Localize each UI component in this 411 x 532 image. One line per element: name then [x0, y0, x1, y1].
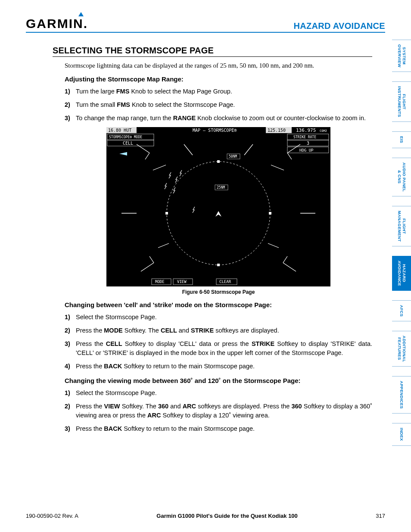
steps-cell-strike: 1)Select the Stormscope Page. 2)Press th…	[65, 313, 372, 371]
svg-rect-12	[269, 212, 271, 215]
softkey-view: VIEW	[177, 280, 187, 284]
stormscope-screenshot: 16.80 HUT MAP – STORMSCOPE® 125.150 136.…	[106, 127, 330, 286]
range-outer: 50NM	[229, 155, 237, 159]
svg-rect-0	[106, 127, 330, 286]
subhead-cell-strike: Changing between 'cell' and 'strike' mod…	[65, 301, 372, 308]
side-tab[interactable]: SYSTEM OVERVIEW	[392, 40, 411, 72]
brand-triangle-icon	[78, 12, 84, 16]
intro-paragraph: Stormscope lightning data can be display…	[65, 62, 372, 69]
step-text: Turn the large FMS Knob to select the Ma…	[76, 87, 372, 96]
softkey-clear: CLEAR	[219, 280, 231, 284]
step-text: Turn the small FMS Knob to select the St…	[76, 100, 372, 109]
step-item: 1)Select the Stormscope Page.	[65, 389, 372, 398]
side-tab[interactable]: EIS	[392, 131, 411, 148]
map-title: MAP – STORMSCOPE®	[193, 128, 237, 133]
svg-rect-9	[217, 160, 220, 163]
step-item: 3)Press the BACK Softkey to return to th…	[65, 424, 372, 433]
side-tab[interactable]: FLIGHT MANAGEMENT	[392, 206, 411, 246]
com2-freq: 136.975	[296, 128, 316, 133]
steps-adjust-range: 1)Turn the large FMS Knob to select the …	[65, 87, 372, 123]
brand-logo: GARMIN.	[26, 16, 88, 31]
hdg-value: HDG UP	[299, 148, 314, 152]
steps-view-mode: 1)Select the Stormscope Page. 2)Press th…	[65, 389, 372, 433]
figure-stormscope: 16.80 HUT MAP – STORMSCOPE® 125.150 136.…	[65, 127, 372, 295]
side-tab[interactable]: HAZARD AVOIDANCE	[392, 256, 411, 291]
mode-value: CELL	[123, 141, 133, 146]
step-item: 1)Turn the large FMS Knob to select the …	[65, 87, 372, 96]
step-item: 2)Press the VIEW Softkey. The 360 and AR…	[65, 402, 372, 420]
page-content: SELECTING THE STORMSCOPE PAGE Stormscope…	[26, 46, 385, 433]
figure-caption: Figure 6-50 Stormscope Page	[65, 289, 372, 295]
step-item: 2)Press the MODE Softkey. The CELL and S…	[65, 326, 372, 335]
step-item: 4)Press the BACK Softkey to return to th…	[65, 362, 372, 371]
doc-rev: 190-00590-02 Rev. A	[26, 513, 78, 519]
step-text: To change the map range, turn the RANGE …	[76, 114, 372, 123]
page-header: GARMIN. HAZARD AVOIDANCE	[26, 16, 385, 33]
hut-value: 16.80 HUT	[108, 128, 131, 133]
step-number: 2)	[65, 100, 76, 109]
step-number: 3)	[65, 114, 76, 123]
step-item: 3)Press the CELL Softkey to display 'CEL…	[65, 339, 372, 358]
page-number: 317	[376, 513, 385, 519]
softkey-mode: MODE	[155, 280, 165, 284]
step-number: 1)	[65, 87, 76, 96]
step-item: 2)Turn the small FMS Knob to select the …	[65, 100, 372, 109]
subhead-adjust-range: Adjusting the Stormscope Map Range:	[65, 75, 372, 83]
side-tab[interactable]: INDEX	[392, 423, 411, 446]
strike-value: 3	[307, 141, 309, 146]
side-tab[interactable]: ADDITIONAL FEATURES	[392, 331, 411, 367]
com2-label: COM2	[320, 129, 327, 133]
brand-text: GARMIN	[26, 16, 84, 31]
range-inner: 25NM	[217, 186, 225, 190]
side-tab[interactable]: AFCS	[392, 300, 411, 321]
step-item: 1)Select the Stormscope Page.	[65, 313, 372, 322]
strike-label: STRIKE RATE	[293, 135, 316, 139]
side-tab-strip: SYSTEM OVERVIEWFLIGHT INSTRUMENTSEISAUDI…	[392, 40, 411, 446]
mode-label: STORMSCOPE® MODE	[109, 135, 142, 139]
step-item: 3)To change the map range, turn the RANG…	[65, 114, 372, 123]
svg-rect-10	[217, 264, 220, 266]
svg-rect-11	[165, 212, 168, 215]
chapter-title: HAZARD AVOIDANCE	[293, 21, 385, 31]
com1-freq: 125.150	[268, 128, 286, 133]
page-footer: 190-00590-02 Rev. A Garmin G1000 Pilot's…	[26, 513, 385, 519]
side-tab[interactable]: AUDIO PANEL & CNS	[392, 158, 411, 196]
doc-title: Garmin G1000 Pilot's Guide for the Quest…	[156, 513, 297, 519]
section-heading: SELECTING THE STORMSCOPE PAGE	[53, 46, 372, 57]
side-tab[interactable]: FLIGHT INSTRUMENTS	[392, 81, 411, 122]
subhead-view-mode: Changing the viewing mode between 360˚ a…	[65, 377, 372, 384]
side-tab[interactable]: APPENDICES	[392, 376, 411, 414]
